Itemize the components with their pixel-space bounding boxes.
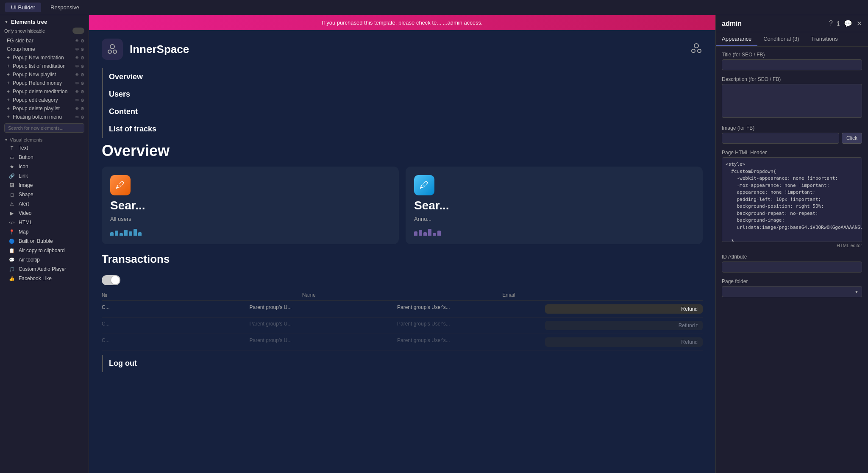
props-help-icon[interactable]: ? bbox=[829, 19, 833, 28]
visual-item-air-copy-label: Air copy to clipboard bbox=[19, 248, 65, 253]
svg-point-0 bbox=[110, 45, 114, 49]
visual-item-link[interactable]: 🔗 Link bbox=[0, 171, 89, 181]
link-icon: 🔗 bbox=[8, 173, 15, 179]
visual-elements-label: Visual elements bbox=[10, 137, 42, 142]
tab-ui-builder[interactable]: UI Builder bbox=[5, 3, 41, 12]
visual-item-facebook-like[interactable]: 👍 Facebook Like bbox=[0, 274, 89, 283]
props-title: admin bbox=[722, 20, 742, 28]
tab-conditional[interactable]: Conditional (3) bbox=[757, 32, 805, 46]
sidebar-item-floating-bottom-menu[interactable]: +Floating bottom menu 👁 ⚙ bbox=[0, 113, 89, 121]
html-icon: </> bbox=[8, 219, 15, 226]
visual-item-bubble-label: Built on Bubble bbox=[19, 238, 53, 244]
row2-name: Parent group's U... bbox=[250, 321, 398, 330]
item-label-pnp: Popup New playlist bbox=[13, 72, 56, 78]
sidebar-item-popup-delete-playlist[interactable]: +Popup delete playlist 👁 ⚙ bbox=[0, 104, 89, 113]
sidebar-item-popup-new-meditation[interactable]: +Popup New meditation 👁 ⚙ bbox=[0, 53, 89, 62]
visual-item-video-label: Video bbox=[19, 210, 31, 216]
col-name: Name bbox=[302, 292, 503, 298]
visual-item-html[interactable]: </> HTML bbox=[0, 218, 89, 227]
nav-item-overview[interactable]: Overview bbox=[102, 68, 703, 86]
item-label-gh: Group home bbox=[7, 46, 35, 52]
search-input[interactable] bbox=[4, 123, 84, 133]
sidebar-item-group-home[interactable]: Group home 👁 ⚙ bbox=[0, 45, 89, 53]
tab-responsive[interactable]: Responsive bbox=[45, 3, 85, 12]
air-copy-icon: 📋 bbox=[8, 247, 15, 254]
props-info-icon[interactable]: ℹ bbox=[837, 19, 840, 28]
card-label-1: All users bbox=[110, 216, 390, 222]
visual-item-icon-label: Icon bbox=[19, 164, 28, 170]
sidebar-item-fg-sidebar[interactable]: FG side bar 👁 ⚙ bbox=[0, 36, 89, 45]
nav-label-tracks: List of tracks bbox=[109, 125, 156, 134]
nav-item-content[interactable]: Content bbox=[102, 103, 703, 120]
nav-item-users[interactable]: Users bbox=[102, 86, 703, 103]
image-fb-click-button[interactable]: Click bbox=[842, 133, 862, 144]
seo-title-input[interactable] bbox=[722, 59, 862, 70]
image-fb-input[interactable] bbox=[722, 133, 839, 144]
table-row: C... Parent group's U... Parent group's … bbox=[102, 301, 703, 317]
sidebar: ▼ Elements tree Only show hideable FG si… bbox=[0, 15, 89, 473]
toggle-switch[interactable] bbox=[102, 275, 120, 285]
card-label-2: Annu... bbox=[414, 216, 694, 222]
visual-item-text[interactable]: T Text bbox=[0, 143, 89, 153]
sidebar-item-popup-edit-category[interactable]: +Popup edit category 👁 ⚙ bbox=[0, 96, 89, 104]
svg-point-2 bbox=[113, 50, 117, 53]
only-show-label: Only show hideable bbox=[4, 28, 45, 33]
tab-transitions[interactable]: Transitions bbox=[805, 32, 844, 46]
card-icon-1: 🖊 bbox=[110, 175, 131, 195]
card-search-2: 🖊 Sear... Annu... bbox=[406, 167, 703, 244]
row2-num: C... bbox=[102, 321, 250, 330]
video-icon: ▶ bbox=[8, 210, 15, 217]
visual-item-map[interactable]: 📍 Map bbox=[0, 227, 89, 236]
visual-item-audio-player[interactable]: 🎵 Custom Audio Player bbox=[0, 264, 89, 274]
visual-item-button[interactable]: ▭ Button bbox=[0, 153, 89, 162]
card-value-2: Sear... bbox=[414, 199, 694, 212]
item-label-pdm: Popup delete meditation bbox=[13, 89, 67, 95]
field-seo-title: Title (for SEO / FB) bbox=[722, 52, 862, 70]
page-folder-label: Page folder bbox=[722, 278, 862, 284]
nav-item-list-of-tracks[interactable]: List of tracks bbox=[102, 120, 703, 138]
only-show-toggle[interactable] bbox=[72, 28, 84, 34]
sidebar-item-popup-list-meditation[interactable]: +Popup list of meditation 👁 ⚙ bbox=[0, 62, 89, 70]
page-folder-select[interactable] bbox=[722, 286, 862, 297]
visual-item-image[interactable]: 🖼 Image bbox=[0, 181, 89, 190]
html-editor-link[interactable]: HTML editor bbox=[722, 243, 862, 248]
item-label-prm: Popup Refund money bbox=[13, 80, 62, 86]
app-title: InnerSpace bbox=[130, 43, 189, 56]
item-label-plm: Popup list of meditation bbox=[13, 63, 66, 69]
row3-num: C... bbox=[102, 337, 250, 347]
app-logo bbox=[102, 39, 123, 60]
properties-panel: admin ? ℹ 💬 ✕ Appearance Conditional (3)… bbox=[715, 15, 868, 473]
visual-item-shape[interactable]: ◻ Shape bbox=[0, 190, 89, 199]
props-header: admin ? ℹ 💬 ✕ bbox=[716, 15, 868, 32]
nav-item-logout[interactable]: Log out bbox=[102, 355, 703, 372]
svg-point-4 bbox=[692, 49, 695, 53]
overview-title: Overview bbox=[102, 142, 703, 160]
audio-icon: 🎵 bbox=[8, 266, 15, 273]
id-attr-input[interactable] bbox=[722, 262, 862, 273]
tab-appearance[interactable]: Appearance bbox=[716, 32, 757, 46]
canvas-content: InnerSpace Overview Users bbox=[89, 30, 715, 471]
refund-button-1[interactable]: Refund bbox=[545, 304, 703, 314]
refund-button-2[interactable]: Refund t bbox=[545, 321, 703, 330]
elements-tree-header[interactable]: ▼ Elements tree bbox=[0, 15, 89, 27]
visual-item-icon[interactable]: ★ Icon bbox=[0, 162, 89, 171]
only-show-row: Only show hideable bbox=[0, 27, 89, 36]
visual-item-built-on-bubble[interactable]: 🔵 Built on Bubble bbox=[0, 236, 89, 246]
visual-item-air-copy[interactable]: 📋 Air copy to clipboard bbox=[0, 246, 89, 255]
visual-item-map-label: Map bbox=[19, 229, 28, 235]
visual-item-alert[interactable]: ⚠ Alert bbox=[0, 199, 89, 209]
table-header: № Name Email bbox=[102, 289, 703, 301]
sidebar-item-popup-delete-meditation[interactable]: +Popup delete meditation 👁 ⚙ bbox=[0, 87, 89, 96]
visual-item-air-tooltip[interactable]: 💬 Air tooltip bbox=[0, 255, 89, 264]
refund-button-3[interactable]: Refund bbox=[545, 337, 703, 347]
map-icon: 📍 bbox=[8, 228, 15, 235]
visual-item-video[interactable]: ▶ Video bbox=[0, 209, 89, 218]
search-container bbox=[0, 121, 89, 135]
seo-desc-textarea[interactable] bbox=[722, 84, 862, 118]
field-seo-desc: Description (for SEO / FB) bbox=[722, 76, 862, 119]
html-header-code[interactable]: <style> #customDropdown{ -webkit-appeara… bbox=[722, 157, 862, 242]
sidebar-item-popup-refund-money[interactable]: +Popup Refund money 👁 ⚙ bbox=[0, 79, 89, 87]
sidebar-item-popup-new-playlist[interactable]: +Popup New playlist 👁 ⚙ bbox=[0, 70, 89, 79]
props-chat-icon[interactable]: 💬 bbox=[844, 19, 852, 28]
props-close-icon[interactable]: ✕ bbox=[857, 19, 862, 28]
